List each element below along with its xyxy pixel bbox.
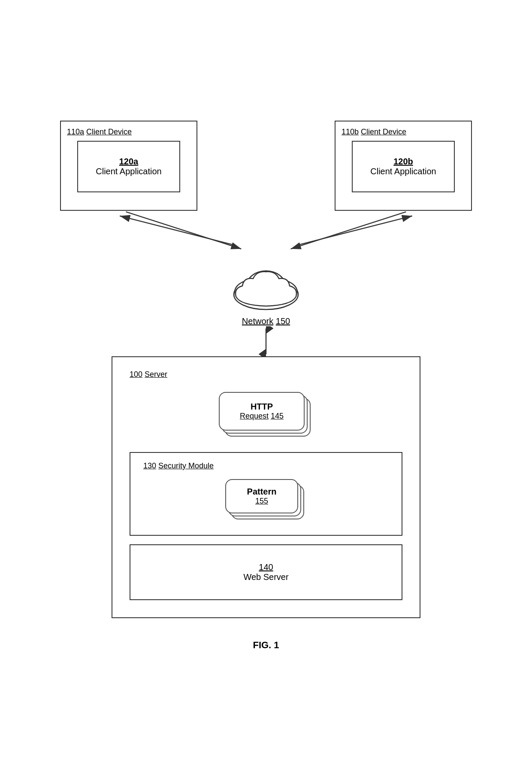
client-device-b-id: 110b: [342, 127, 359, 136]
arrows-svg: [60, 211, 472, 262]
security-module-label: 130 Security Module: [143, 461, 214, 470]
network-section: Network 150: [223, 262, 309, 326]
svg-line-5: [299, 216, 412, 245]
vertical-arrow-section: [257, 326, 275, 356]
client-app-b-box: 120b Client Application: [352, 141, 455, 192]
server-box: 100 Server HTTP Request 145 130: [112, 356, 420, 618]
server-label: 100 Server: [130, 370, 167, 379]
figure-caption: FIG. 1: [253, 640, 279, 651]
security-module-box: 130 Security Module Pattern 155: [130, 452, 402, 536]
http-request-text: Request: [240, 412, 269, 420]
svg-line-3: [120, 216, 233, 245]
web-server-text: Web Server: [243, 572, 288, 582]
server-id: 100: [130, 370, 142, 379]
pattern-card-front: Pattern 155: [225, 479, 298, 513]
http-sub: Request 145: [240, 412, 284, 421]
client-device-b-text: Client Device: [361, 127, 406, 136]
client-app-a-box: 120a Client Application: [77, 141, 180, 192]
pattern-cards: Pattern 155: [225, 479, 307, 522]
network-label: Network 150: [242, 316, 290, 326]
http-label: HTTP: [251, 402, 273, 412]
client-device-b-label: 110b Client Device: [342, 127, 465, 137]
client-device-a-text: Client Device: [86, 127, 132, 136]
cloud-icon: [223, 262, 309, 314]
diagram-container: 110a Client Device 120a Client Applicati…: [51, 103, 481, 677]
pattern-id: 155: [255, 497, 268, 506]
security-module-text: Security Module: [158, 461, 214, 470]
top-row: 110a Client Device 120a Client Applicati…: [60, 121, 472, 211]
arrows-section: [60, 211, 472, 262]
server-text: Server: [145, 370, 167, 379]
security-module-id: 130: [143, 461, 156, 470]
client-app-a-text: Client Application: [96, 167, 161, 176]
network-id: 150: [276, 316, 290, 326]
client-device-a-label: 110a Client Device: [67, 127, 190, 137]
web-server-id: 140: [259, 562, 273, 572]
client-app-b-id: 120b: [393, 157, 413, 167]
client-app-b-text: Client Application: [370, 167, 436, 176]
client-device-b: 110b Client Device 120b Client Applicati…: [335, 121, 472, 211]
client-device-a-id: 110a: [67, 127, 84, 136]
vertical-arrow-icon: [257, 326, 275, 356]
cloud-container: Network 150: [223, 262, 309, 326]
client-app-a-id: 120a: [119, 157, 139, 167]
web-server-box: 140 Web Server: [130, 544, 402, 600]
network-text: Network: [242, 316, 273, 326]
http-request-id: 145: [271, 412, 284, 420]
svg-line-4: [291, 212, 406, 249]
svg-line-2: [126, 212, 242, 249]
client-device-a: 110a Client Device 120a Client Applicati…: [60, 121, 197, 211]
http-request-cards: HTTP Request 145: [219, 392, 313, 439]
pattern-label: Pattern: [247, 487, 277, 497]
http-card-front: HTTP Request 145: [219, 392, 305, 431]
